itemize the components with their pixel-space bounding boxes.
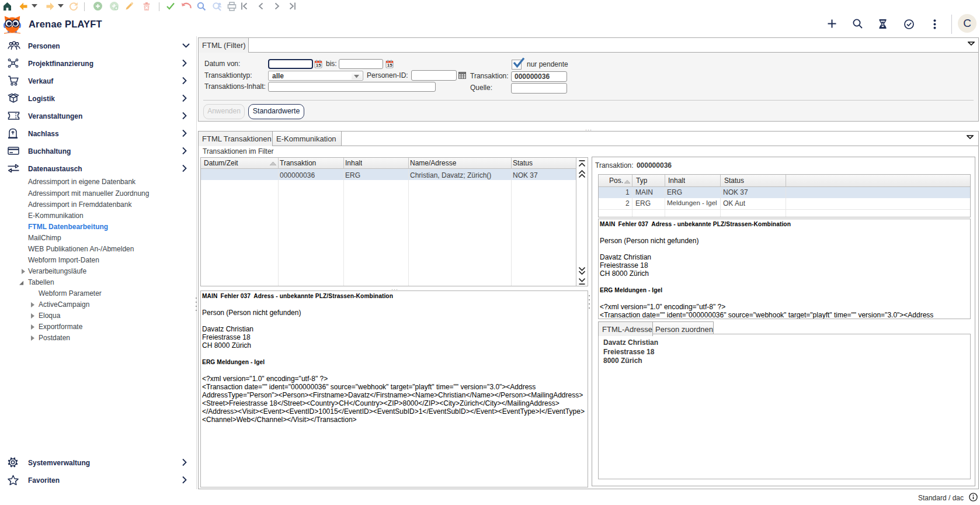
svg-text:15: 15 — [387, 63, 392, 68]
svg-text:15: 15 — [316, 63, 321, 68]
